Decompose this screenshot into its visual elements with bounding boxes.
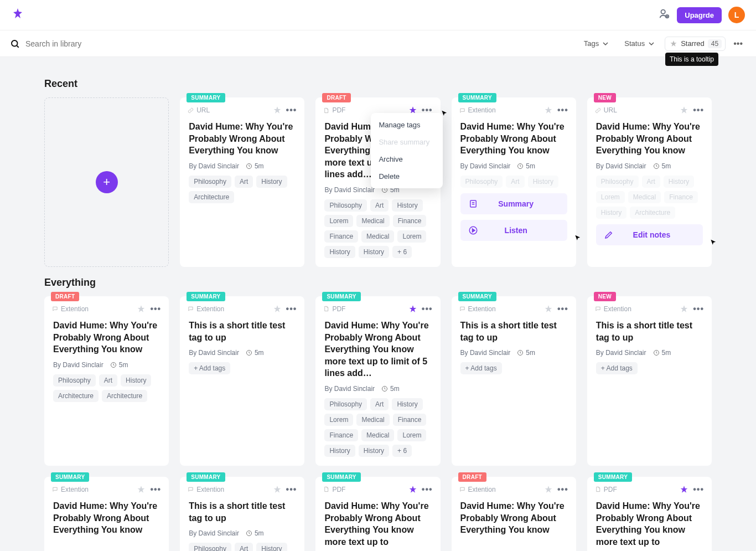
card: SUMMARY Extention••• This is a short tit… — [180, 477, 304, 551]
tag-more[interactable]: + 6 — [392, 445, 412, 457]
tag[interactable]: Finance — [393, 414, 427, 426]
tag-list: PhilosophyArtHistoryLoremMedicalFinanceF… — [324, 199, 431, 258]
card-more-icon[interactable]: ••• — [693, 304, 704, 314]
summary-badge: SUMMARY — [594, 472, 632, 482]
card-more-icon[interactable]: ••• — [286, 105, 297, 115]
logo[interactable] — [11, 7, 24, 23]
search[interactable] — [10, 39, 578, 49]
search-input[interactable] — [25, 39, 578, 48]
chat-icon — [595, 306, 601, 312]
star-icon — [670, 40, 677, 48]
add-tags-button[interactable]: + Add tags — [460, 362, 502, 374]
card-more-icon[interactable]: ••• — [557, 304, 568, 314]
plus-icon: + — [96, 171, 118, 193]
more-icon[interactable]: ••• — [730, 37, 746, 51]
tag[interactable]: History — [121, 374, 151, 387]
tag[interactable]: Medical — [356, 215, 389, 227]
star-icon[interactable] — [680, 106, 688, 115]
star-icon[interactable] — [680, 305, 688, 313]
star-icon[interactable] — [408, 485, 417, 494]
card-more-icon[interactable]: ••• — [693, 485, 704, 495]
menu-delete[interactable]: Delete — [371, 168, 443, 185]
tag[interactable]: History — [324, 246, 355, 258]
tag[interactable]: Philosophy — [189, 543, 231, 551]
star-icon[interactable] — [680, 485, 688, 494]
recent-card: DRAFT PDF ••• Manage tags Share summary … — [315, 97, 440, 267]
tag[interactable]: History — [256, 176, 287, 188]
tag[interactable]: Art — [99, 374, 117, 387]
link-icon — [188, 107, 194, 114]
star-icon[interactable] — [273, 305, 282, 313]
add-tags-button[interactable]: + Add tags — [596, 362, 638, 374]
card-more-icon[interactable]: ••• — [286, 304, 297, 314]
tag[interactable]: Lorem — [324, 215, 353, 227]
star-icon[interactable] — [273, 106, 282, 115]
tag[interactable]: History — [256, 543, 287, 551]
listen-button[interactable]: Listen — [460, 220, 567, 241]
clock-icon — [381, 385, 388, 392]
card-more-icon[interactable]: ••• — [150, 485, 161, 495]
tag[interactable]: Architecture — [189, 191, 234, 203]
tag[interactable]: Finance — [393, 215, 427, 227]
star-icon[interactable] — [408, 305, 417, 313]
upgrade-button[interactable]: Upagrde — [677, 7, 722, 23]
tag[interactable]: Lorem — [397, 230, 426, 243]
menu-manage-tags[interactable]: Manage tags — [371, 116, 443, 133]
card-more-icon[interactable]: ••• — [557, 105, 568, 115]
filter-starred[interactable]: Starred 45 — [665, 37, 726, 51]
tag[interactable]: Philosophy — [324, 199, 367, 212]
tag[interactable]: Lorem — [397, 429, 426, 441]
card-title: David Hume: Why You're Probably Wrong Ab… — [460, 500, 567, 536]
recent-card: SUMMARY Extention ••• David Hume: Why Yo… — [452, 97, 576, 267]
tag[interactable]: Lorem — [324, 414, 353, 426]
tag[interactable]: Philosophy — [324, 398, 367, 410]
star-icon[interactable] — [137, 485, 146, 494]
star-icon[interactable] — [544, 106, 553, 115]
menu-archive[interactable]: Archive — [371, 151, 443, 168]
star-icon[interactable] — [137, 305, 146, 313]
tag[interactable]: History — [392, 398, 422, 410]
star-icon[interactable] — [273, 485, 282, 494]
tag: History — [528, 176, 558, 188]
card-more-icon[interactable]: ••• — [286, 485, 297, 495]
tag[interactable]: History — [392, 199, 422, 212]
edit-notes-button[interactable]: Edit notes — [596, 224, 703, 245]
chat-icon — [52, 486, 58, 492]
tag[interactable]: Architecture — [102, 390, 147, 402]
link-icon — [595, 107, 601, 114]
add-card[interactable]: + — [44, 97, 169, 267]
tag[interactable]: Medical — [361, 230, 394, 243]
card-more-icon[interactable]: ••• — [693, 105, 704, 115]
tag-more[interactable]: + 6 — [392, 246, 412, 258]
filter-tags[interactable]: Tags — [578, 36, 614, 51]
tag[interactable]: Medical — [356, 414, 389, 426]
tag[interactable]: Art — [235, 176, 253, 188]
tag[interactable]: History — [359, 246, 389, 258]
star-icon[interactable] — [544, 485, 553, 494]
tag[interactable]: Art — [235, 543, 253, 551]
user-add-icon[interactable] — [658, 8, 670, 22]
tag[interactable]: Finance — [324, 230, 358, 243]
tag[interactable]: History — [324, 445, 355, 457]
add-tags-button[interactable]: + Add tags — [189, 362, 230, 374]
card-more-icon[interactable]: ••• — [422, 485, 433, 495]
tag: Philosophy — [460, 176, 503, 188]
tag: Architecture — [630, 207, 675, 219]
card: SUMMARY Extention••• This is a short tit… — [452, 296, 576, 466]
tag[interactable]: Medical — [361, 429, 394, 441]
star-icon[interactable] — [544, 305, 553, 313]
tag[interactable]: Philosophy — [53, 374, 96, 387]
tag[interactable]: History — [359, 445, 389, 457]
tag[interactable]: Art — [370, 398, 389, 410]
summary-button[interactable]: Summary — [460, 193, 567, 214]
card-more-icon[interactable]: ••• — [150, 304, 161, 314]
card-more-icon[interactable]: ••• — [557, 485, 568, 495]
tag[interactable]: Philosophy — [189, 176, 231, 188]
new-badge: NEW — [594, 93, 616, 102]
avatar[interactable]: L — [728, 7, 745, 23]
filter-status[interactable]: Status — [619, 36, 660, 51]
tag[interactable]: Art — [370, 199, 389, 212]
tag[interactable]: Architecture — [53, 390, 99, 402]
card-more-icon[interactable]: ••• — [422, 304, 433, 314]
tag[interactable]: Finance — [324, 429, 358, 441]
